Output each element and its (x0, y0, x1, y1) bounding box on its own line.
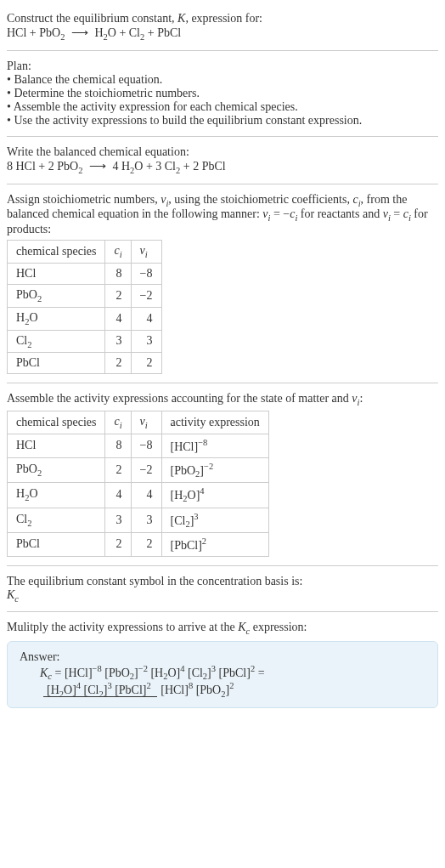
balanced-title: Write the balanced chemical equation: (7, 145, 438, 159)
cell-species: PbCl (8, 353, 105, 374)
cell-v: −2 (131, 457, 161, 482)
divider (7, 383, 438, 383)
table-row: HCl8−8[HCl]−8 (8, 434, 269, 457)
cell-activity: [HCl]−8 (161, 434, 268, 457)
intro-text: Construct the equilibrium constant, (7, 12, 177, 25)
sub: 2 (37, 294, 42, 304)
cell-v: 4 (131, 483, 161, 508)
cell-species: Cl2 (8, 508, 105, 532)
text: for reactants and (297, 207, 382, 220)
cell-c: 4 (105, 307, 131, 330)
sp: PbCl (16, 537, 40, 550)
eq: = [HCl] (52, 667, 93, 679)
cell-species: HCl (8, 434, 105, 457)
term: [Cl (184, 667, 202, 679)
cell-species: PbO2 (8, 457, 105, 482)
eq-rhs: O + 3 Cl (134, 160, 176, 173)
table-row: PbCl22 (8, 353, 162, 374)
cell-v: −8 (131, 263, 161, 284)
cell-v: −8 (131, 434, 161, 457)
plan-item: • Assemble the activity expression for e… (7, 100, 438, 114)
sup: 2 (202, 536, 206, 546)
sup: 3 (194, 512, 198, 521)
text: : (359, 392, 363, 405)
cell-activity: [PbO2]−2 (161, 457, 268, 482)
col-ci: ci (105, 241, 131, 264)
sup: −8 (93, 664, 102, 673)
answer-equation: Kc = [HCl]−8 [PbO2]−2 [H2O]4 [Cl2]3 [PbC… (20, 664, 425, 699)
balanced-equation: Write the balanced chemical equation: 8 … (7, 140, 438, 180)
cell-c: 2 (105, 284, 131, 307)
sub: 2 (78, 166, 82, 175)
cell-c: 2 (105, 532, 131, 556)
numerator: [H2O]4 [Cl2]3 [PbCl]2 (43, 684, 157, 697)
text: , using the stoichiometric coefficients, (168, 193, 352, 206)
text: = (391, 207, 403, 220)
cell-v: 3 (131, 330, 161, 353)
cell-v: 4 (131, 307, 161, 330)
sp: O (29, 487, 37, 500)
table-row: Cl233 (8, 330, 162, 353)
sp: O (29, 311, 37, 324)
cell-species: Cl2 (8, 330, 105, 353)
divider (7, 611, 438, 612)
term: [H (148, 667, 163, 679)
eq-lhs: HCl + PbO (7, 26, 60, 39)
eq: = (255, 667, 264, 679)
term: [PbCl] (112, 684, 147, 696)
table-row: PbO22−2[PbO2]−2 (8, 457, 269, 482)
plan-title: Plan: (7, 60, 438, 73)
assign-stoich: Assign stoichiometric numbers, νi, using… (7, 188, 438, 380)
cell-v: 3 (131, 508, 161, 532)
final-expression: Mulitply the activity expressions to arr… (7, 616, 438, 713)
sup: −2 (138, 664, 148, 673)
term: [PbCl] (216, 667, 251, 679)
expr: [HCl] (171, 440, 199, 453)
sp: HCl (16, 267, 36, 280)
sub: 2 (37, 468, 42, 478)
plan: Plan: • Balance the chemical equation. •… (7, 54, 438, 133)
term: [PbO (102, 667, 130, 679)
cell-species: H2O (8, 483, 105, 508)
cell-v: −2 (131, 284, 161, 307)
sub-c: c (14, 593, 19, 603)
term: [PbO (193, 684, 221, 696)
col-ci: ci (105, 411, 131, 434)
col-nui: νi (131, 241, 161, 264)
cell-v: 2 (131, 353, 161, 374)
expr: [PbO (171, 463, 196, 476)
term: [H (47, 684, 59, 696)
cell-species: PbCl (8, 532, 105, 556)
plan-item: • Determine the stoichiometric numbers. (7, 87, 438, 100)
arrow-icon: ⟶ (86, 160, 110, 173)
col-nui: νi (131, 411, 161, 434)
expr: [Cl (171, 513, 186, 526)
eq-rhs: 4 H (112, 160, 130, 173)
term: O] (167, 667, 180, 679)
table-row: PbCl22[PbCl]2 (8, 532, 269, 556)
expr: O] (188, 489, 200, 502)
cell-c: 3 (105, 330, 131, 353)
arrow-icon: ⟶ (68, 26, 92, 39)
plan-item: • Balance the chemical equation. (7, 73, 438, 87)
text: Mulitply the activity expressions to arr… (7, 621, 238, 633)
table-row: H2O44[H2O]4 (8, 483, 269, 508)
stoich-table: chemical species ci νi HCl8−8 PbO22−2 H2… (7, 240, 162, 374)
text: Assemble the activity expressions accoun… (7, 392, 352, 405)
text: Assign stoichiometric numbers, (7, 193, 161, 206)
table-header-row: chemical species ci νi activity expressi… (8, 411, 269, 434)
sub-i: i (120, 421, 122, 430)
sp: H (16, 487, 25, 500)
eq-rhs: + PbCl (144, 26, 181, 39)
sp: H (16, 311, 25, 324)
kc-symbol: K (40, 667, 48, 679)
table-row: HCl8−8 (8, 263, 162, 284)
table-row: H2O44 (8, 307, 162, 330)
sp: PbO (16, 288, 37, 301)
eq-rhs: O + Cl (108, 26, 140, 39)
term: [Cl (81, 684, 99, 696)
eq-lhs: 8 HCl + 2 PbO (7, 160, 78, 173)
expr: [PbCl] (171, 539, 202, 552)
sub: 2 (27, 519, 31, 528)
assemble-activity: Assemble the activity expressions accoun… (7, 387, 438, 561)
